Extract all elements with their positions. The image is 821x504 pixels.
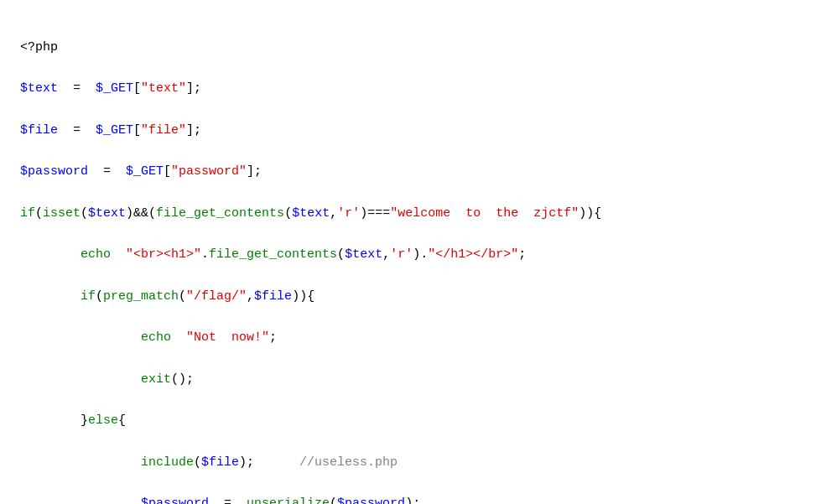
line2: $text = $_GET["text"]; [20, 81, 201, 96]
line8: echo "Not now!"; [20, 330, 277, 345]
php-open-tag: <?php [20, 40, 58, 55]
line10: }else{ [20, 413, 126, 428]
line11: include($file); //useless.php [20, 455, 398, 470]
line7: if(preg_match("/flag/",$file)){ [20, 289, 314, 304]
line5: if(isset($text)&&(file_get_contents($tex… [20, 206, 601, 221]
code-display: <?php $text = $_GET["text"]; $file = $_G… [20, 17, 801, 504]
line9: exit(); [20, 372, 194, 387]
line3: $file = $_GET["file"]; [20, 123, 201, 138]
line12: $password = unserialize($password); [20, 496, 420, 504]
line4: $password = $_GET["password"]; [20, 164, 262, 179]
line6: echo "<br><h1>".file_get_contents($text,… [20, 247, 526, 262]
